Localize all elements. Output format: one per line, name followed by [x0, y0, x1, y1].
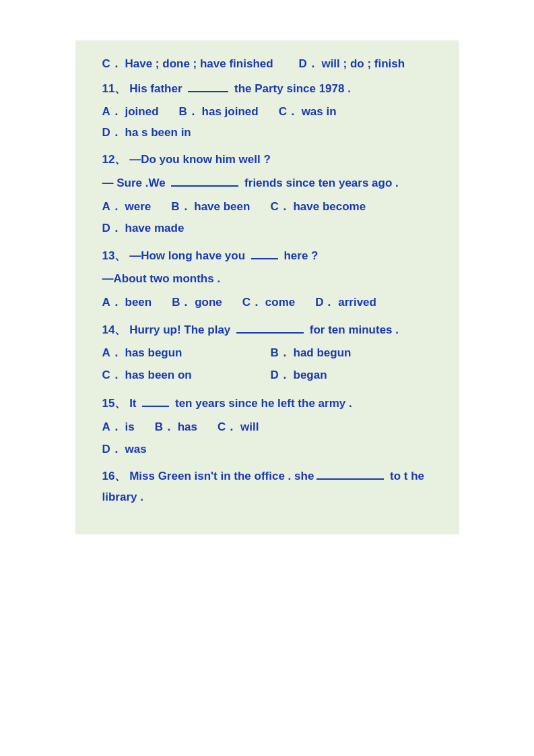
q16-text: 16、 Miss Green isn't in the office . she… [96, 466, 439, 507]
q11-text: 11、 His father the Party since 1978 . [96, 79, 439, 100]
q14-option-c: C． has been on [102, 365, 271, 386]
q15-text: 15、 It ten years since he left the army … [96, 393, 439, 414]
question-12: 12、 —Do you know him well ? — Sure .We f… [96, 150, 439, 239]
q11-option-c: C． was in [279, 102, 337, 123]
q11-options: A． joined B． has joined C． was in D． ha … [96, 102, 439, 143]
q12-options: A． were B． have been C． have become [96, 197, 439, 218]
q12-option-c: C． have become [270, 197, 366, 218]
q15-option-c: C． will [218, 417, 259, 438]
q11-option-a: A． joined [102, 102, 159, 123]
q13-option-a: A． been [102, 292, 152, 313]
question-16: 16、 Miss Green isn't in the office . she… [96, 466, 439, 507]
q14-option-b: B． had begun [271, 343, 439, 364]
q12-text2: — Sure .We friends since ten years ago . [96, 173, 439, 194]
q12-blank [171, 185, 238, 187]
q13-options: A． been B． gone C． come D． arrived [96, 292, 439, 313]
option-c-text: C． Have ; done ; have finished [102, 57, 273, 70]
q14-blank [236, 332, 304, 334]
question-14: 14、 Hurry up! The play for ten minutes .… [96, 320, 439, 387]
q13-option-c: C． come [242, 292, 295, 313]
q13-option-b: B． gone [172, 292, 222, 313]
question-15: 15、 It ten years since he left the army … [96, 393, 439, 460]
q14-option-d: D． began [271, 365, 439, 386]
q11-option-b: B． has joined [179, 102, 259, 123]
q16-blank [316, 478, 384, 480]
q12-option-a: A． were [102, 197, 152, 218]
q14-option-a: A． has begun [102, 343, 271, 364]
q15-option-d: D． was [96, 439, 439, 460]
question-11: 11、 His father the Party since 1978 . A．… [96, 79, 439, 144]
q13-text1: 13、 —How long have you here ? [96, 246, 439, 267]
question-13: 13、 —How long have you here ? —About two… [96, 246, 439, 313]
q13-option-d: D． arrived [315, 292, 376, 313]
main-content-box: C． Have ; done ; have finished D． will ;… [75, 40, 459, 534]
q14-text: 14、 Hurry up! The play for ten minutes . [96, 320, 439, 341]
q14-options: A． has begun B． had begun C． has been on… [96, 343, 439, 387]
top-cd-options: C． Have ; done ; have finished D． will ;… [96, 54, 439, 75]
q11-option-d: D． ha s been in [102, 123, 191, 144]
q11-blank [188, 91, 228, 92]
q13-blank [251, 258, 278, 259]
q15-blank [142, 406, 169, 407]
option-d-text: D． will ; do ; finish [298, 57, 405, 70]
q15-options: A． is B． has C． will [96, 417, 439, 438]
q12-option-d: D． have made [96, 218, 439, 239]
q13-text2: —About two months . [96, 269, 439, 290]
q15-option-b: B． has [155, 417, 197, 438]
q12-text1: 12、 —Do you know him well ? [96, 150, 439, 170]
q12-option-b: B． have been [171, 197, 250, 218]
q15-option-a: A． is [102, 417, 135, 438]
